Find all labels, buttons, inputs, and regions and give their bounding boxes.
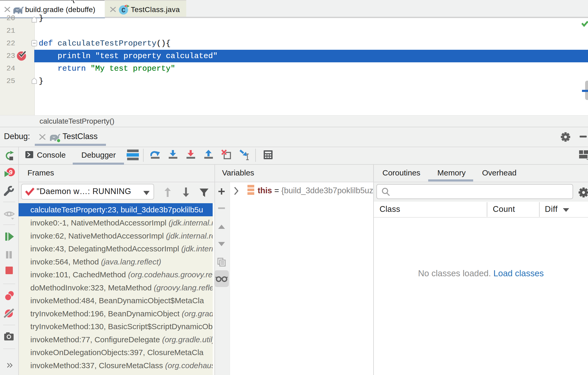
svg-text:C: C <box>121 7 125 14</box>
svg-text:9: 9 <box>9 169 13 176</box>
